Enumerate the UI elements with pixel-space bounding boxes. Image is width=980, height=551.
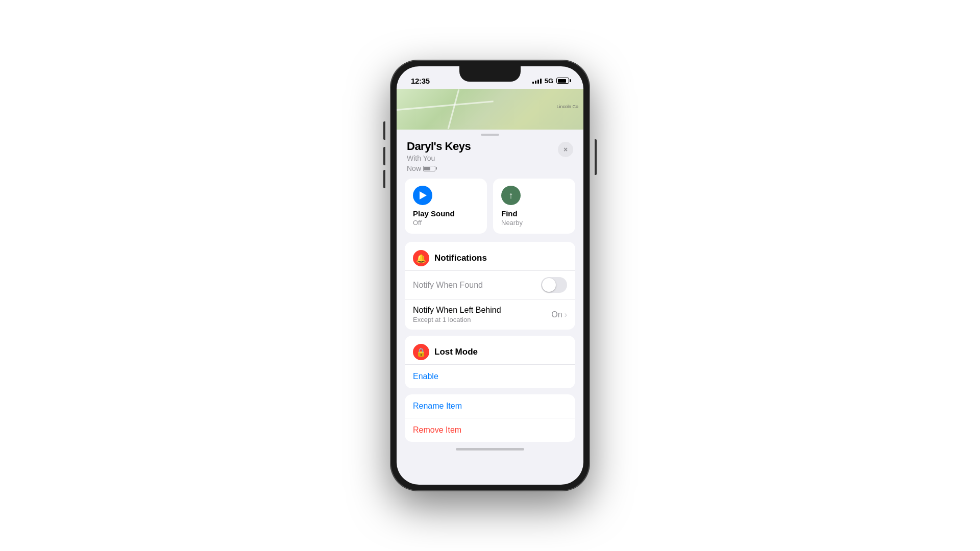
find-nearby-card[interactable]: ↑ Find Nearby	[493, 179, 575, 234]
sheet-header: Daryl's Keys With You Now ×	[397, 136, 583, 179]
item-battery-icon	[423, 166, 435, 171]
home-indicator	[456, 448, 524, 450]
notifications-card: 🔔 Notifications Notify When Found Notify…	[405, 242, 575, 330]
close-button[interactable]: ×	[558, 142, 573, 157]
notify-left-info: Notify When Left Behind Except at 1 loca…	[413, 306, 501, 323]
close-icon: ×	[564, 146, 568, 153]
lost-mode-header: 🔒 Lost Mode	[405, 336, 575, 364]
toggle-thumb	[542, 278, 556, 292]
map-label: Lincoln Co	[556, 104, 578, 109]
notify-left-row[interactable]: Notify When Left Behind Except at 1 loca…	[405, 299, 575, 330]
find-icon-circle: ↑	[501, 186, 521, 205]
notify-left-value: On	[551, 310, 562, 319]
signal-bar-2	[535, 81, 536, 84]
signal-bar-4	[540, 79, 542, 84]
play-sound-card[interactable]: Play Sound Off	[405, 179, 487, 234]
rename-row[interactable]: Rename Item	[405, 394, 575, 418]
lost-mode-title: Lost Mode	[434, 347, 478, 357]
battery-icon	[556, 78, 569, 84]
map-road-2	[397, 101, 494, 111]
lock-icon: 🔒	[416, 347, 426, 357]
actions-row: Play Sound Off ↑ Find Nearby	[397, 179, 583, 242]
remove-row[interactable]: Remove Item	[405, 418, 575, 442]
notify-left-label: Notify When Left Behind	[413, 306, 501, 315]
play-icon	[420, 191, 427, 199]
notify-left-sublabel: Except at 1 location	[413, 316, 501, 323]
status-time: 12:35	[411, 77, 430, 85]
notifications-icon-circle: 🔔	[413, 250, 429, 266]
enable-row[interactable]: Enable	[405, 364, 575, 388]
signal-bar-3	[537, 80, 539, 84]
item-battery-fill	[424, 167, 430, 170]
play-sound-title: Play Sound	[413, 209, 479, 218]
item-battery-text: Now	[407, 164, 421, 172]
find-subtitle: Nearby	[501, 219, 567, 227]
map-background: Lincoln Co	[397, 89, 583, 130]
chevron-right-icon: ›	[565, 310, 567, 319]
bottom-actions-card: Rename Item Remove Item	[405, 394, 575, 442]
notify-found-row[interactable]: Notify When Found	[405, 270, 575, 299]
network-type: 5G	[545, 77, 553, 85]
notch	[459, 66, 521, 82]
battery-fill	[558, 79, 566, 83]
map-road-1	[447, 89, 459, 129]
item-subtitle: With You	[407, 154, 573, 162]
sheet-scroll[interactable]: Daryl's Keys With You Now ×	[397, 130, 583, 485]
notify-found-toggle[interactable]	[541, 277, 567, 293]
phone-screen: 12:35 5G Lincoln Co	[397, 66, 583, 485]
play-sound-subtitle: Off	[413, 219, 479, 227]
lost-mode-icon-circle: 🔒	[413, 344, 429, 360]
status-icons: 5G	[532, 77, 569, 85]
signal-bars-icon	[532, 78, 542, 84]
notifications-header: 🔔 Notifications	[405, 242, 575, 270]
notify-left-value-group: On ›	[551, 310, 567, 319]
enable-label: Enable	[413, 372, 438, 381]
lost-mode-card: 🔒 Lost Mode Enable	[405, 336, 575, 388]
arrow-up-icon: ↑	[509, 190, 513, 201]
item-battery-row: Now	[407, 164, 573, 172]
rename-label: Rename Item	[413, 402, 462, 410]
signal-bar-1	[532, 82, 534, 84]
phone-frame: 12:35 5G Lincoln Co	[390, 60, 590, 491]
remove-label: Remove Item	[413, 425, 461, 434]
bell-icon: 🔔	[416, 254, 426, 263]
item-title: Daryl's Keys	[407, 140, 573, 153]
notifications-title: Notifications	[434, 253, 487, 263]
find-title: Find	[501, 209, 567, 218]
notify-found-label: Notify When Found	[413, 281, 483, 290]
play-sound-icon-circle	[413, 186, 432, 205]
